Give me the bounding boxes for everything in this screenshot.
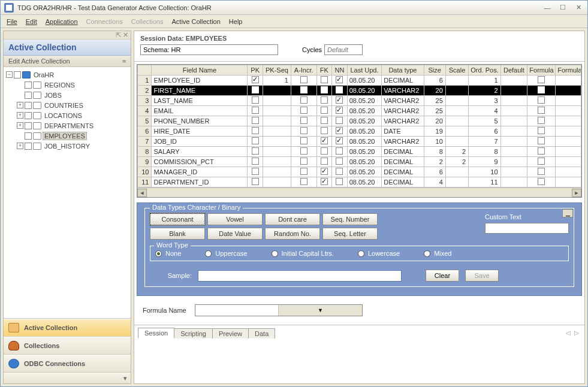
checkbox[interactable] [538,168,545,175]
checkbox[interactable] [336,107,343,114]
checkbox[interactable] [300,147,307,155]
tree-item-countries[interactable]: +COUNTRIES [16,100,129,110]
cycles-input[interactable] [324,44,363,55]
tree-item-regions[interactable]: +REGIONS [16,80,129,90]
checkbox[interactable] [538,178,545,185]
checkbox[interactable] [538,117,545,124]
checkbox[interactable] [300,96,307,104]
custom-text-input[interactable] [485,223,569,234]
schema-input[interactable] [140,44,278,55]
checkbox[interactable] [300,137,307,144]
radio-mixed[interactable]: Mixed [424,250,451,257]
checkbox[interactable] [321,107,328,114]
seqletter-button[interactable]: Seq. Letter [322,228,378,240]
checkbox[interactable] [336,147,343,155]
checkbox[interactable] [336,127,343,134]
expander-icon[interactable]: + [17,112,23,119]
table-row[interactable]: 8SALARY 08.05.20DECIMAL82 8 [138,147,581,157]
checkbox[interactable] [538,127,545,134]
checkbox[interactable] [321,96,328,104]
menu-active-collection[interactable]: Active Collection [172,18,221,25]
tab-nav-right[interactable]: ▷ [572,329,581,336]
close-button[interactable]: ✕ [573,4,584,12]
col-header[interactable]: Ord. Pos. [469,65,500,75]
checkbox[interactable] [321,178,328,185]
checkbox[interactable] [252,127,259,134]
expander-icon[interactable]: − [6,71,13,78]
tree-item-locations[interactable]: +LOCATIONS [16,110,129,120]
col-header[interactable] [138,65,152,75]
tree-item-jobs[interactable]: +JOBS [16,90,129,100]
checkbox[interactable] [336,137,343,144]
random-button[interactable]: Random No. [265,228,320,240]
expander-icon[interactable]: + [17,102,23,108]
sidebar-subtitle[interactable]: Edit Active Collection ≈ [4,56,131,67]
grid-hscroll[interactable]: ◄ ► [137,188,581,197]
nav-odbc[interactable]: ODBC Connections [4,355,131,373]
table-row[interactable]: 3LAST_NAME 08.05.20VARCHAR225 3 [138,96,581,106]
expander-icon[interactable]: + [17,143,23,149]
menu-file[interactable]: File [7,18,17,25]
checkbox[interactable] [300,76,307,83]
checkbox[interactable] [300,127,307,134]
col-header[interactable]: Formula [527,65,556,75]
table-row[interactable]: 4EMAIL 08.05.20VARCHAR225 4 [138,106,581,116]
radio-initial[interactable]: Initial Capital Ltrs. [272,250,334,257]
checkbox[interactable] [252,96,259,104]
checkbox[interactable] [336,178,343,185]
checkbox[interactable] [252,76,259,83]
checkbox[interactable] [252,158,259,165]
table-row[interactable]: 10MANAGER_ID 08.05.20DECIMAL6 10 [138,167,581,177]
checkbox[interactable] [252,178,259,185]
seqnumber-button[interactable]: Seq. Number [322,213,378,225]
tree-item-job_history[interactable]: +JOB_HISTORY [16,141,129,151]
maximize-button[interactable]: ☐ [557,4,568,12]
col-header[interactable]: Field Name [152,65,248,75]
table-row[interactable]: 6HIRE_DATE 08.05.20DATE19 6 [138,126,581,137]
checkbox[interactable] [538,96,545,104]
checkbox[interactable] [336,158,343,165]
checkbox[interactable] [252,86,259,93]
checkbox[interactable] [321,168,328,175]
checkbox[interactable] [336,168,343,175]
checkbox[interactable] [300,107,307,114]
col-header[interactable]: Last Upd. [347,65,382,75]
checkbox[interactable] [25,92,32,99]
checkbox[interactable] [25,102,32,109]
radio-lowercase[interactable]: Lowercase [358,250,400,257]
checkbox[interactable] [538,86,545,93]
col-header[interactable]: Default [500,65,527,75]
tab-nav-left[interactable]: ◁ [564,329,572,336]
fields-grid[interactable]: Field NamePKPK-SeqA-Incr.FKNNLast Upd.Da… [137,64,582,198]
checkbox[interactable] [336,76,343,83]
table-row[interactable]: 7JOB_ID 08.05.20VARCHAR210 7 [138,137,581,147]
menu-collections[interactable]: Collections [131,18,164,25]
chevron-down-icon[interactable]: ▾ [123,374,127,382]
menu-connections[interactable]: Connections [86,18,123,25]
expander-icon[interactable]: + [17,122,23,129]
checkbox[interactable] [300,168,307,175]
table-row[interactable]: 1EMPLOYEE_ID 1 08.05.20DECIMAL6 1 [138,75,581,86]
formula-combo[interactable]: ▼ [195,304,363,316]
tab-data[interactable]: Data [248,328,275,338]
checkbox[interactable] [25,132,32,140]
pin-icon[interactable]: ⇱ ✕ [116,31,128,39]
checkbox[interactable] [321,117,328,124]
checkbox[interactable] [25,112,32,119]
checkbox[interactable] [321,127,328,134]
blank-button[interactable]: Blank [150,228,205,240]
consonant-button[interactable]: Consonant [150,213,205,225]
tree-root[interactable]: − OraHR [5,69,129,80]
checkbox[interactable] [252,168,259,175]
checkbox[interactable] [538,147,545,155]
tree-item-departments[interactable]: +DEPARTMENTS [16,120,129,131]
col-header[interactable]: PK-Seq [263,65,291,75]
save-button[interactable]: Save [465,270,499,282]
col-header[interactable]: Size [424,65,445,75]
checkbox[interactable] [321,158,328,165]
minimize-button[interactable]: — [542,4,553,12]
collapse-icon[interactable]: ≈ [122,58,126,65]
sample-input[interactable] [198,270,402,282]
menu-help[interactable]: Help [229,18,243,25]
checkbox[interactable] [300,158,307,165]
